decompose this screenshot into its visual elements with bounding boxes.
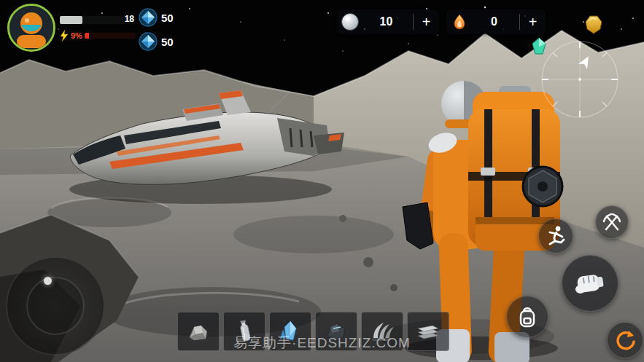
punch-button[interactable] — [562, 255, 618, 312]
resource-value: 10 — [360, 15, 413, 28]
player-status-bars: 18 9% — [60, 16, 136, 42]
reload-icon — [613, 328, 637, 352]
flame-icon — [450, 12, 469, 31]
backpack-button[interactable] — [506, 296, 548, 338]
resource-counter-silver: 10 + — [337, 9, 439, 34]
metal-plates-icon — [414, 318, 443, 345]
add-resource-button[interactable]: + — [519, 14, 546, 30]
melee-button[interactable] — [595, 205, 629, 239]
joystick-knob[interactable] — [44, 277, 52, 285]
stone-ore-icon — [184, 318, 213, 345]
xp-bar-fill — [60, 16, 82, 24]
silver-orb-icon — [341, 12, 360, 31]
fist-icon — [573, 268, 607, 299]
currency-list: 50 50 — [139, 8, 174, 51]
xp-bar: 18 — [60, 16, 136, 24]
blue-gem-icon — [139, 32, 158, 51]
gold-pickup-icon[interactable] — [583, 12, 605, 39]
power-row: 9% — [60, 30, 136, 42]
hotbar-slot-6[interactable] — [407, 312, 449, 351]
currency-value: 50 — [161, 12, 174, 24]
lightning-icon — [60, 30, 69, 42]
jump-button[interactable] — [538, 219, 573, 253]
avatar-image — [9, 6, 53, 50]
power-percent: 9% — [71, 31, 82, 40]
currency-value: 50 — [161, 36, 174, 48]
joystick-inner-ring — [26, 277, 85, 335]
blue-gem-icon — [139, 8, 158, 27]
power-bar — [85, 33, 136, 39]
crossed-pickaxes-icon — [601, 211, 623, 233]
player-avatar[interactable] — [7, 4, 55, 52]
watermark-text: 易享助手·EEDSHZIZ.COM — [233, 334, 411, 353]
hotbar-slot-1[interactable] — [177, 312, 220, 351]
reload-button[interactable] — [607, 322, 643, 358]
compass-arrow-icon — [578, 54, 593, 69]
currency-row: 50 — [139, 8, 174, 27]
add-resource-button[interactable]: + — [413, 14, 439, 30]
jump-icon — [544, 224, 567, 248]
resource-value: 0 — [469, 15, 519, 28]
currency-row: 50 — [139, 32, 174, 51]
game-screen: 18 9% 50 — [0, 0, 644, 362]
power-bar-fill — [85, 33, 89, 39]
player-level: 18 — [125, 14, 134, 24]
backpack-icon — [516, 304, 539, 329]
movement-joystick[interactable] — [6, 256, 105, 355]
compass[interactable] — [540, 39, 620, 122]
resource-counter-fuel: 0 + — [446, 9, 546, 34]
